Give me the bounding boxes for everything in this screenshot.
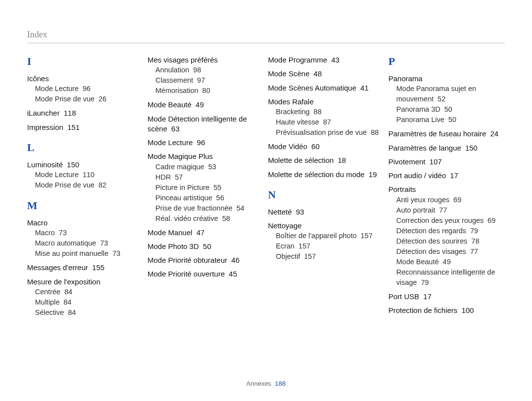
index-entry-main: Mes visages préférés	[148, 56, 218, 64]
index-entry: Protection de fichiers 100	[389, 306, 505, 315]
index-subentry: Classement 97	[156, 75, 265, 86]
index-subentry: Objectif 157	[276, 251, 385, 262]
index-entry: PortraitsAnti yeux rouges 69Auto portrai…	[389, 185, 505, 287]
index-subentry: Détection des visages 77	[397, 247, 505, 257]
index-subentry: Reconnaissance intelligente de visage 79	[397, 267, 505, 288]
index-entry-main: Paramètres de fuseau horaire 24	[389, 129, 499, 138]
index-entry: Molette de sélection 18	[268, 155, 385, 165]
index-entry-main: Molette de sélection du mode 19	[268, 170, 377, 179]
index-entry-main: Netteté 93	[268, 208, 304, 216]
index-entry-main: Portraits	[389, 185, 416, 193]
index-subentry: Centrée 84	[35, 287, 144, 297]
index-entry-main: Mode Priorité obturateur 46	[148, 256, 240, 264]
index-entry-main: Mode Lecture 96	[148, 138, 205, 147]
index-subentry: Annulation 98	[156, 65, 265, 75]
index-entry: Mode Beauté 49	[148, 100, 265, 110]
index-entry-main: Pivotement 107	[389, 157, 442, 166]
index-entry: Modes RafaleBracketing 88Haute vitesse 8…	[268, 97, 385, 138]
index-subentry: Picture in Picture 55	[156, 183, 265, 193]
index-entry: Paramètres de fuseau horaire 24	[389, 129, 505, 139]
page-footer: Annexes 188	[0, 380, 532, 387]
index-entry-main: Mode Photo 3D 50	[148, 242, 211, 250]
index-entry: Mode Manuel 47	[148, 228, 265, 238]
index-entry: Mode Scène 48	[268, 69, 385, 79]
index-entry: NettoyageBoîtier de l'appareil photo 157…	[268, 221, 385, 262]
index-entry: PanoramaMode Panorama sujet en mouvement…	[389, 74, 505, 125]
index-entry: Mode Magique PlusCadre magique 53HDR 57P…	[148, 152, 265, 223]
index-column: Mode Programme 43Mode Scène 48Mode Scène…	[268, 55, 385, 322]
index-entry-main: Port USB 17	[389, 292, 432, 301]
index-entry: Port USB 17	[389, 292, 505, 302]
index-entry-main: Icônes	[27, 74, 49, 83]
index-entry: Pivotement 107	[389, 157, 505, 167]
index-subentry: Correction des yeux rouges 69	[397, 216, 505, 226]
index-subentry: Prévisualisation prise de vue 88	[276, 127, 385, 138]
index-column: IIcônesMode Lecture 96Mode Prise de vue …	[27, 55, 144, 322]
index-entry-main: Mode Détection intelligente de scène 63	[148, 115, 247, 133]
index-entry-main: iLauncher 118	[27, 109, 76, 117]
index-letter: P	[389, 55, 505, 68]
index-column: PPanoramaMode Panorama sujet en mouvemen…	[389, 55, 505, 322]
index-entry-main: Port audio / vidéo 17	[389, 171, 459, 180]
index-columns: IIcônesMode Lecture 96Mode Prise de vue …	[27, 55, 505, 322]
index-subentry: Auto portrait 77	[397, 205, 505, 216]
index-entry: Mes visages préférésAnnulation 98Classem…	[148, 55, 265, 96]
index-entry: Mode Lecture 96	[148, 138, 265, 148]
footer-label: Annexes	[246, 380, 271, 387]
index-subentry: Macro automatique 73	[35, 238, 144, 248]
footer-page-number: 188	[275, 380, 286, 387]
index-entry: Molette de sélection du mode 19	[268, 170, 385, 180]
index-subentry: Boîtier de l'appareil photo 157	[276, 231, 385, 241]
index-letter: N	[268, 188, 385, 201]
page-title: Index	[27, 30, 505, 43]
index-subentry: Macro 73	[35, 228, 144, 238]
index-entry-main: Paramètres de langue 150	[389, 144, 478, 152]
index-subentry: Ecran 157	[276, 241, 385, 251]
index-entry-main: Panorama	[389, 74, 423, 83]
index-letter: I	[27, 55, 144, 68]
index-entry-main: Mode Magique Plus	[148, 152, 213, 160]
index-entry: Mode Scènes Automatique 41	[268, 83, 385, 93]
index-entry-main: Molette de sélection 18	[268, 156, 346, 164]
index-entry: Netteté 93	[268, 207, 385, 217]
index-subentry: Mode Panorama sujet en mouvement 52	[397, 84, 505, 104]
index-subentry: Panorama 3D 50	[397, 104, 505, 115]
index-subentry: Sélective 84	[35, 308, 144, 318]
index-entry-main: Mode Scène 48	[268, 69, 322, 78]
index-entry-main: Mode Programme 43	[268, 56, 339, 64]
index-letter: L	[27, 141, 144, 154]
index-subentry: Anti yeux rouges 69	[397, 195, 505, 205]
index-entry: Mode Détection intelligente de scène 63	[148, 114, 265, 134]
index-column: Mes visages préférésAnnulation 98Classem…	[148, 55, 265, 322]
index-subentry: Réal. vidéo créative 58	[156, 214, 265, 224]
index-subentry: Mode Prise de vue 26	[35, 94, 144, 104]
index-entry-main: Modes Rafale	[268, 97, 314, 106]
index-entry-main: Messages d'erreur 155	[27, 263, 104, 272]
index-entry-main: Mesure de l'exposition	[27, 278, 100, 286]
index-subentry: HDR 57	[156, 172, 265, 183]
index-subentry: Multiple 84	[35, 297, 144, 308]
index-subentry: Mode Lecture 110	[35, 170, 144, 180]
index-subentry: Pinceau artistique 56	[156, 193, 265, 203]
index-entry: Impression 151	[27, 123, 144, 132]
index-subentry: Mémorisation 80	[156, 86, 265, 96]
index-entry-main: Mode Scènes Automatique 41	[268, 84, 368, 92]
index-entry-main: Mode Beauté 49	[148, 100, 204, 109]
index-entry: MacroMacro 73Macro automatique 73Mise au…	[27, 218, 144, 259]
index-entry: Mode Programme 43	[268, 55, 385, 65]
document-page: Index IIcônesMode Lecture 96Mode Prise d…	[0, 0, 532, 401]
index-entry-main: Mode Vidéo 60	[268, 142, 320, 151]
index-subentry: Mode Prise de vue 82	[35, 180, 144, 190]
index-entry-main: Mode Manuel 47	[148, 228, 205, 237]
index-entry: iLauncher 118	[27, 108, 144, 118]
index-subentry: Prise de vue fractionnée 54	[156, 203, 265, 214]
index-entry: Port audio / vidéo 17	[389, 171, 505, 181]
index-entry: IcônesMode Lecture 96Mode Prise de vue 2…	[27, 74, 144, 104]
index-entry-main: Mode Priorité ouverture 45	[148, 270, 237, 278]
index-entry: Paramètres de langue 150	[389, 143, 505, 153]
index-entry: Luminosité 150Mode Lecture 110Mode Prise…	[27, 160, 144, 190]
index-subentry: Détection des sourires 78	[397, 236, 505, 247]
index-entry: Messages d'erreur 155	[27, 263, 144, 273]
index-subentry: Détection des regards 79	[397, 226, 505, 236]
index-subentry: Bracketing 88	[276, 107, 385, 117]
